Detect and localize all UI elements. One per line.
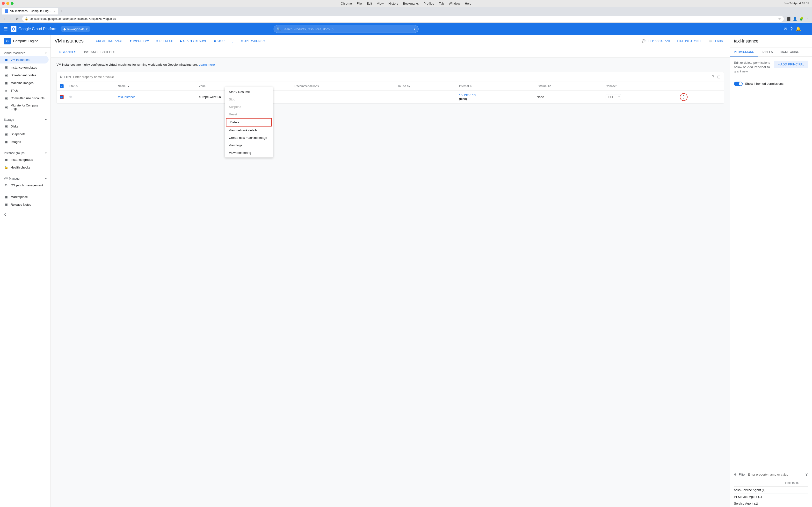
sidebar-item-tpus[interactable]: ◈ TPUs [0, 87, 49, 95]
menu-item-start-resume[interactable]: Start / Resume [225, 88, 273, 96]
menu-item-view-monitoring[interactable]: View monitoring [225, 149, 273, 157]
select-all-header[interactable]: ✓ [57, 82, 66, 91]
sidebar-item-committed-use[interactable]: ▣ Committed use discounts [0, 95, 49, 102]
menu-chrome[interactable]: Chrome [341, 2, 352, 5]
name-header[interactable]: Name ▲ [115, 82, 196, 91]
sidebar-item-migrate[interactable]: ▣ Migrate for Compute Engi... [0, 102, 49, 112]
cast-btn[interactable]: ⬛ [785, 16, 791, 21]
more-actions-btn[interactable]: ⋮ [229, 38, 237, 44]
row-checkbox-cell[interactable]: ✓ [57, 91, 66, 103]
sidebar-item-sole-tenant[interactable]: ▣ Sole-tenant nodes [0, 71, 49, 79]
menu-item-create-machine-image[interactable]: Create new machine image [225, 134, 273, 142]
bookmark-icon[interactable]: ☆ [778, 17, 781, 21]
panel-td-name-2: PI Service Agent (1) [734, 494, 785, 500]
instance-groups-icon: ▣ [4, 157, 8, 162]
search-bar[interactable]: 🔍 Search Products, resources, docs (/) ▾ [273, 25, 418, 33]
row-checkbox[interactable]: ✓ [60, 95, 63, 99]
new-tab-btn[interactable]: + [58, 8, 65, 14]
storage-section-header[interactable]: Storage ▾ [0, 116, 51, 122]
panel-tab-monitoring[interactable]: MONITORING [777, 48, 803, 56]
import-vm-btn[interactable]: ⬆ IMPORT VM [126, 38, 152, 44]
mac-max-btn[interactable] [11, 2, 13, 5]
profile-btn[interactable]: 👤 [792, 16, 798, 21]
sidebar-item-instance-templates[interactable]: ▣ Instance templates [0, 63, 49, 71]
mac-close-btn[interactable] [2, 2, 5, 5]
menu-profiles[interactable]: Profiles [424, 2, 434, 5]
sidebar-item-machine-images[interactable]: ▣ Machine images [0, 79, 49, 87]
ssh-button[interactable]: SSH ▾ [606, 94, 621, 100]
more-browser-btn[interactable]: ⋮ [805, 16, 810, 21]
start-resume-btn[interactable]: ▶ START / RESUME [177, 38, 210, 44]
show-inherited-toggle[interactable] [734, 81, 743, 86]
panel-tab-labels[interactable]: LABELS [758, 48, 776, 56]
sidebar-item-disks[interactable]: ▣ Disks [0, 122, 49, 130]
extensions-btn[interactable]: 🧩 [799, 16, 804, 21]
mac-min-btn[interactable] [6, 2, 9, 5]
sidebar-item-os-patch[interactable]: ⚙ OS patch management [0, 181, 49, 189]
forward-btn[interactable]: › [8, 16, 12, 22]
menu-item-view-logs[interactable]: View logs [225, 142, 273, 149]
columns-btn[interactable]: ⊞ [717, 74, 721, 80]
tab-close-btn[interactable]: ✕ [53, 10, 55, 12]
vm-section-header[interactable]: Virtual machines ▾ [0, 50, 51, 56]
nav-hamburger[interactable]: ☰ [4, 26, 8, 32]
instance-link[interactable]: taxi-instance [118, 95, 136, 99]
collapse-icon: ❮ [4, 212, 6, 216]
browser-tab-bar: VM instances – Compute Engi... ✕ + [0, 7, 812, 14]
hide-info-panel-btn[interactable]: HIDE INFO PANEL [674, 38, 705, 44]
create-instance-btn[interactable]: + CREATE INSTANCE [90, 38, 126, 44]
settings-icon[interactable]: ⋮ [804, 26, 808, 32]
notification-icon[interactable]: 🔔 [796, 26, 801, 32]
ssh-dropdown-btn[interactable]: ▾ [617, 95, 621, 99]
internal-ip-link[interactable]: 10.132.0.13 [459, 94, 476, 97]
menu-item-delete[interactable]: Delete [226, 118, 272, 126]
project-selector[interactable]: ◆ le-wagon-ds ▾ [61, 26, 90, 32]
sidebar-item-health-checks[interactable]: 🔒 Health checks [0, 163, 49, 171]
add-principal-btn[interactable]: + ADD PRINCIPAL [774, 61, 808, 68]
menu-edit[interactable]: Edit [367, 2, 372, 5]
learn-btn[interactable]: 📖 LEARN [706, 38, 726, 44]
sidebar-item-images[interactable]: ▣ Images [0, 138, 49, 146]
learn-more-link[interactable]: Learn more [199, 63, 215, 66]
active-tab[interactable]: VM instances – Compute Engi... ✕ [2, 8, 58, 14]
filter-btn[interactable]: ⚙ Filter [60, 75, 71, 79]
address-bar[interactable]: 🔒 console.cloud.google.com/compute/insta… [22, 16, 784, 22]
menu-help[interactable]: Help [465, 2, 471, 5]
reload-btn[interactable]: ↺ [14, 16, 20, 22]
sidebar-collapse-btn[interactable]: ❮ [0, 210, 51, 218]
tab-instances[interactable]: INSTANCES [55, 47, 80, 57]
panel-filter-input[interactable] [748, 473, 803, 476]
panel-help-btn[interactable]: ? [805, 472, 808, 477]
help-table-btn[interactable]: ? [712, 74, 715, 79]
sidebar-item-release-notes[interactable]: ▣ Release Notes [0, 201, 49, 208]
tpus-icon: ◈ [4, 89, 8, 93]
filter-icon: ⚙ [60, 75, 63, 79]
name-cell: taxi-instance [115, 91, 196, 103]
menu-file[interactable]: File [357, 2, 362, 5]
vm-manager-section-header[interactable]: VM Manager ▾ [0, 175, 51, 181]
filter-input[interactable] [73, 75, 710, 79]
menu-view[interactable]: View [377, 2, 384, 5]
help-assistant-btn[interactable]: 💬 HELP ASSISTANT [639, 38, 673, 44]
sidebar-item-snapshots[interactable]: ▣ Snapshots [0, 130, 49, 138]
stop-btn[interactable]: ■ STOP [211, 38, 227, 44]
operations-btn[interactable]: ≡ OPERATIONS ▾ [238, 38, 268, 44]
sidebar-item-marketplace[interactable]: ▣ Marketplace [0, 193, 49, 201]
menu-history[interactable]: History [388, 2, 398, 5]
tab-instance-schedule[interactable]: INSTANCE SCHEDULE [80, 47, 121, 57]
sidebar-item-instance-groups[interactable]: ▣ Instance groups [0, 156, 49, 163]
select-all-checkbox[interactable]: ✓ [60, 84, 63, 88]
panel-tab-permissions[interactable]: PERMISSIONS [730, 48, 758, 56]
help-icon[interactable]: ? [790, 26, 793, 32]
menu-bookmarks[interactable]: Bookmarks [403, 2, 419, 5]
sidebar-item-vm-instances[interactable]: ▣ VM instances [0, 56, 49, 63]
instance-groups-section-header[interactable]: Instance groups ▾ [0, 150, 51, 156]
mail-icon[interactable]: ✉ [784, 26, 788, 32]
row-more-btn[interactable]: ⋮ [680, 93, 688, 101]
menu-window[interactable]: Window [449, 2, 460, 5]
back-btn[interactable]: ‹ [2, 16, 6, 22]
refresh-btn[interactable]: ↺ REFRESH [153, 38, 176, 44]
ssh-main-btn[interactable]: SSH [606, 95, 617, 100]
menu-item-view-network[interactable]: View network details [225, 126, 273, 134]
menu-tab[interactable]: Tab [439, 2, 444, 5]
